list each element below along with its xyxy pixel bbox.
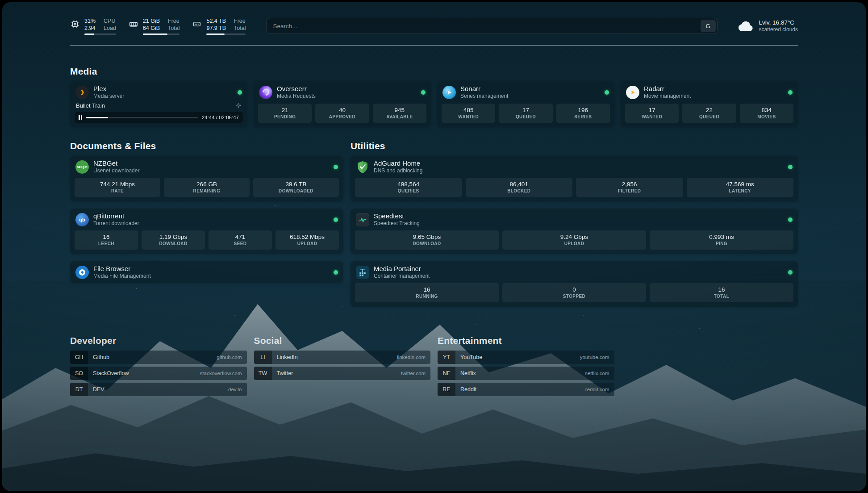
service-name: NZBGet (93, 159, 139, 167)
resource-usage-fill (143, 33, 167, 35)
service-description: Media server (93, 93, 124, 100)
stat-box: 945AVAILABLE (373, 104, 426, 123)
status-indicator (334, 270, 338, 275)
documents-card-stack: nzbgetNZBGetUsenet downloader744.21 Mbps… (70, 156, 343, 283)
stat-box: 744.21 MbpsRATE (75, 178, 160, 197)
stat-label: PING (651, 241, 793, 246)
bookmark-name: DEV (88, 383, 109, 396)
bookmark-reddit[interactable]: RERedditreddit.com (438, 383, 614, 396)
service-name: Speedtest (374, 212, 420, 220)
stat-value: 16 (651, 286, 793, 293)
service-name: Overseerr (277, 85, 316, 92)
section-media: Media PlexMedia serverBullet Train24:44 … (70, 66, 798, 127)
stat-label: LATENCY (688, 188, 793, 194)
search-input[interactable] (267, 18, 699, 33)
stat-label: RATE (75, 188, 159, 194)
pause-button[interactable] (79, 115, 82, 120)
snow-specks (2, 2, 3, 3)
bookmark-youtube[interactable]: YTYouTubeyoutube.com (438, 351, 614, 364)
service-stats: 16RUNNING0STOPPED16TOTAL (351, 283, 798, 307)
service-name: Media Portainer (374, 265, 430, 272)
service-link-radarr[interactable]: RadarrMovie management (621, 81, 798, 103)
stat-value: 16 (356, 286, 498, 293)
search-engine-button[interactable]: G (701, 20, 716, 32)
stat-label: AVAILABLE (374, 114, 426, 120)
playback-progress-fill (86, 117, 108, 118)
resource-value: 52.4 TB (206, 17, 226, 25)
stat-box: 2,956FILTERED (576, 178, 683, 197)
cloud-icon (738, 20, 754, 32)
stat-label: BLOCKED (467, 188, 572, 194)
playback-progress[interactable] (86, 117, 198, 118)
utilities-card-stack: AdGuard HomeDNS and adblocking498,564QUE… (351, 156, 798, 307)
service-description: Usenet downloader (93, 167, 139, 174)
bookmark-group-social: SocialLILinkedInlinkedin.comTWTwittertwi… (254, 335, 431, 383)
adguard-icon (356, 160, 369, 174)
bookmark-netflix[interactable]: NFNetflixnetflix.com (438, 367, 614, 380)
stat-box: 266 GBREMAINING (164, 178, 250, 197)
bookmark-stackoverflow[interactable]: SOStackOverflowstackoverflow.com (70, 367, 247, 380)
gear-icon[interactable] (236, 103, 242, 109)
stat-label: WANTED (626, 114, 678, 120)
service-link-qbittorrent[interactable]: qbqBittorrentTorrent downloader (70, 209, 343, 230)
bookmark-abbr: YT (438, 351, 455, 364)
bookmark-abbr: RE (438, 383, 455, 396)
bookmark-twitter[interactable]: TWTwittertwitter.com (254, 367, 431, 380)
bookmark-abbr: SO (70, 367, 88, 380)
service-link-plex[interactable]: PlexMedia server (70, 81, 247, 103)
stat-label: APPROVED (316, 114, 368, 120)
stat-value: 744.21 Mbps (75, 180, 159, 188)
stat-box: 21PENDING (258, 104, 312, 123)
stat-box: 9.24 GbpsUPLOAD (502, 230, 646, 250)
stat-value: 21 (259, 106, 311, 114)
stat-label: UPLOAD (276, 241, 338, 246)
two-column-area: Documents & Files nzbgetNZBGetUsenet dow… (70, 141, 798, 314)
resource-usage-fill (84, 33, 94, 35)
bookmark-url: netflix.com (585, 367, 614, 380)
bookmark-name: YouTube (455, 351, 487, 364)
stat-box: 498,564QUERIES (355, 178, 462, 197)
bookmark-linkedin[interactable]: LILinkedInlinkedin.com (254, 351, 431, 364)
service-link-media-portainer[interactable]: Media PortainerContainer management (351, 261, 798, 283)
disk-icon (192, 19, 202, 29)
service-card-plex: PlexMedia serverBullet Train24:44 / 02:0… (70, 81, 247, 127)
resource-usage-fill (206, 33, 224, 35)
bookmark-dev[interactable]: DTDEVdev.to (70, 383, 247, 396)
service-link-speedtest[interactable]: SpeedtestSpeedtest Tracking (351, 209, 798, 230)
service-card-file-browser: File BrowserMedia File Management (70, 261, 343, 283)
service-stats: 17WANTED22QUEUED834MOVIES (621, 104, 798, 127)
bookmark-url: linkedin.com (397, 351, 430, 364)
section-title-social: Social (254, 335, 431, 346)
stat-box: 17QUEUED (499, 104, 552, 123)
service-description: Movie management (644, 93, 691, 100)
service-link-overseerr[interactable]: OverseerrMedia Requests (254, 81, 431, 103)
stat-value: 17 (626, 106, 678, 114)
stat-value: 945 (374, 106, 426, 114)
stat-box: 22QUEUED (682, 104, 736, 123)
stat-box: 86,401BLOCKED (466, 178, 573, 197)
stat-value: 0 (503, 286, 645, 293)
stat-value: 1.19 Gbps (142, 233, 204, 241)
stat-value: 2,956 (577, 180, 682, 188)
service-description: DNS and adblocking (374, 167, 422, 174)
radarr-icon (626, 86, 639, 99)
resource-usage-bar (206, 33, 246, 35)
section-utilities: Utilities AdGuard HomeDNS and adblocking… (351, 141, 798, 314)
bookmark-abbr: LI (254, 351, 272, 364)
section-title-media: Media (70, 66, 798, 77)
service-link-adguard-home[interactable]: AdGuard HomeDNS and adblocking (351, 156, 798, 178)
stat-value: 47.569 ms (688, 180, 793, 188)
service-link-sonarr[interactable]: SonarrSeries management (437, 81, 614, 103)
stat-label: UPLOAD (503, 241, 645, 246)
weather-condition: scattered clouds (759, 26, 798, 33)
bookmark-github[interactable]: GHGithubgithub.com (70, 351, 247, 364)
service-link-file-browser[interactable]: File BrowserMedia File Management (70, 261, 343, 283)
stat-box: 47.569 msLATENCY (687, 178, 794, 197)
stat-box: 16RUNNING (355, 283, 499, 302)
status-indicator (334, 217, 338, 222)
service-stats: 16LEECH1.19 GbpsDOWNLOAD471SEED618.52 Mb… (70, 230, 343, 254)
service-link-nzbget[interactable]: nzbgetNZBGetUsenet downloader (70, 156, 343, 178)
section-documents-files: Documents & Files nzbgetNZBGetUsenet dow… (70, 141, 343, 314)
bookmark-abbr: DT (70, 383, 88, 396)
stat-label: LEECH (75, 241, 137, 246)
